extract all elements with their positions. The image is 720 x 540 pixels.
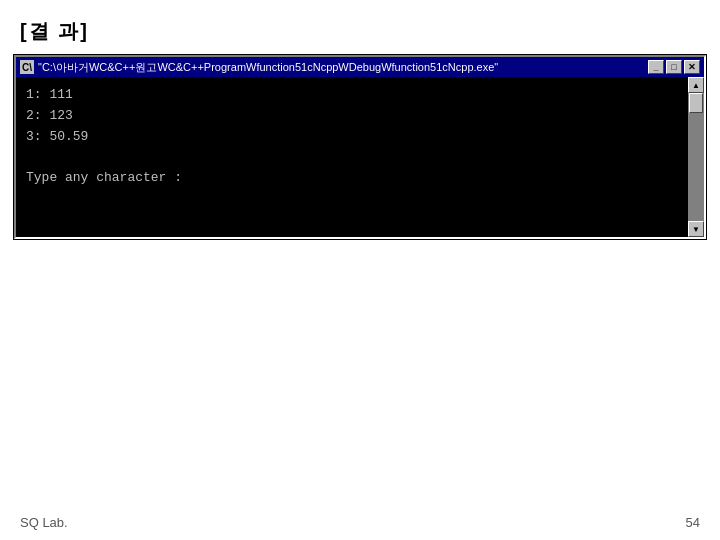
page-title: [결 과] [0,0,720,55]
minimize-button[interactable]: _ [648,60,664,74]
scroll-track[interactable] [688,93,704,221]
scroll-thumb[interactable] [689,93,703,113]
page-number: 54 [686,515,700,530]
console-body: 1: 111 2: 123 3: 50.59 Type any characte… [16,77,688,237]
window-titlebar: C\ "C:\아바거WC&C++원고WC&C++ProgramWfunction… [16,57,704,77]
titlebar-text: "C:\아바거WC&C++원고WC&C++ProgramWfunction51c… [38,60,498,75]
scrollbar-vertical[interactable]: ▲ ▼ [688,77,704,237]
scroll-up-arrow[interactable]: ▲ [688,77,704,93]
close-button[interactable]: ✕ [684,60,700,74]
restore-button[interactable]: □ [666,60,682,74]
footer: SQ Lab. 54 [20,515,700,530]
scroll-down-arrow[interactable]: ▼ [688,221,704,237]
lab-label: SQ Lab. [20,515,68,530]
console-output: 1: 111 2: 123 3: 50.59 Type any characte… [26,85,668,189]
titlebar-icon: C\ [20,60,34,74]
